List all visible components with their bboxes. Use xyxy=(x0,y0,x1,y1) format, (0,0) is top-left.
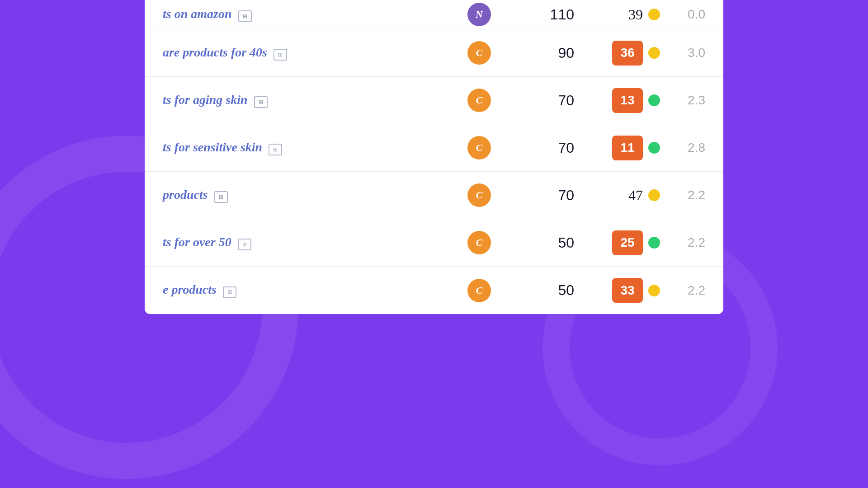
intent-badge: C xyxy=(467,183,491,207)
kd-badge: 47 xyxy=(628,187,643,204)
table-row[interactable]: ts for over 50 ⊞ C 50 25 2.2 xyxy=(145,219,723,267)
table-row[interactable]: ts on amazon ⊞ N 110 39 0.0 xyxy=(145,0,723,29)
cpc-cell: 2.2 xyxy=(660,283,705,298)
copy-icon[interactable]: ⊞ xyxy=(269,144,282,155)
keyword-cell: ts on amazon ⊞ xyxy=(163,7,452,22)
difficulty-dot xyxy=(648,47,660,59)
keyword-text: are products for 40s xyxy=(163,45,267,59)
difficulty-dot xyxy=(648,142,660,154)
kd-badge: 25 xyxy=(612,230,643,255)
copy-icon[interactable]: ⊞ xyxy=(238,10,252,22)
volume-cell: 70 xyxy=(506,187,588,204)
cpc-cell: 2.2 xyxy=(660,235,705,250)
intent-cell: C xyxy=(452,136,506,160)
volume-cell: 50 xyxy=(506,282,588,299)
copy-icon[interactable]: ⊞ xyxy=(214,191,228,203)
cpc-cell: 2.3 xyxy=(660,93,705,108)
volume-cell: 90 xyxy=(506,45,588,61)
intent-badge: C xyxy=(467,231,491,254)
intent-badge: C xyxy=(467,279,491,302)
intent-badge: C xyxy=(467,89,491,112)
kd-cell: 47 xyxy=(588,187,660,204)
difficulty-dot xyxy=(648,285,660,296)
intent-cell: C xyxy=(452,183,506,207)
table-row[interactable]: e products ⊞ C 50 33 2.2 xyxy=(145,267,723,314)
intent-badge: C xyxy=(467,136,491,160)
intent-cell: C xyxy=(452,89,506,112)
keyword-text: ts for aging skin xyxy=(163,93,248,107)
kd-cell: 39 xyxy=(588,6,660,23)
difficulty-dot xyxy=(648,237,660,249)
volume-cell: 50 xyxy=(506,235,588,251)
table-row[interactable]: are products for 40s ⊞ C 90 36 3.0 xyxy=(145,29,723,77)
kd-badge: 11 xyxy=(612,136,643,160)
intent-badge: C xyxy=(467,41,491,65)
kd-cell: 11 xyxy=(588,136,660,160)
volume-cell: 70 xyxy=(506,140,588,156)
cpc-cell: 2.2 xyxy=(660,188,705,202)
intent-cell: N xyxy=(452,3,506,26)
keyword-text: ts on amazon xyxy=(163,7,232,21)
copy-icon[interactable]: ⊞ xyxy=(274,49,287,61)
kd-cell: 33 xyxy=(588,278,660,303)
difficulty-dot xyxy=(648,9,660,20)
cpc-cell: 3.0 xyxy=(660,46,705,60)
keyword-cell: ts for over 50 ⊞ xyxy=(163,235,452,250)
keyword-text: ts for sensitive skin xyxy=(163,140,262,154)
keyword-text: ts for over 50 xyxy=(163,235,231,249)
keyword-cell: products ⊞ xyxy=(163,188,452,203)
keyword-text: e products xyxy=(163,282,217,296)
kd-cell: 36 xyxy=(588,41,660,66)
table-row[interactable]: products ⊞ C 70 47 2.2 xyxy=(145,172,723,219)
copy-icon[interactable]: ⊞ xyxy=(223,286,236,298)
keyword-text: products xyxy=(163,188,208,202)
table-row[interactable]: ts for aging skin ⊞ C 70 13 2.3 xyxy=(145,77,723,124)
cpc-cell: 2.8 xyxy=(660,141,705,155)
table-row[interactable]: ts for sensitive skin ⊞ C 70 11 2.8 xyxy=(145,124,723,172)
kd-badge: 36 xyxy=(612,41,643,66)
intent-cell: C xyxy=(452,41,506,65)
kd-badge: 13 xyxy=(612,88,643,113)
intent-cell: C xyxy=(452,279,506,302)
keyword-cell: ts for aging skin ⊞ xyxy=(163,93,452,108)
copy-icon[interactable]: ⊞ xyxy=(254,96,268,108)
copy-icon[interactable]: ⊞ xyxy=(238,239,251,250)
keyword-cell: are products for 40s ⊞ xyxy=(163,45,452,61)
kd-cell: 13 xyxy=(588,88,660,113)
intent-cell: C xyxy=(452,231,506,254)
volume-cell: 70 xyxy=(506,92,588,109)
kd-badge: 39 xyxy=(628,6,643,23)
volume-cell: 110 xyxy=(506,6,588,23)
kd-badge: 33 xyxy=(612,278,643,303)
intent-badge: N xyxy=(467,3,491,26)
difficulty-dot xyxy=(648,94,660,106)
cpc-cell: 0.0 xyxy=(660,7,705,22)
kd-cell: 25 xyxy=(588,230,660,255)
difficulty-dot xyxy=(648,189,660,201)
keyword-cell: ts for sensitive skin ⊞ xyxy=(163,140,452,155)
results-panel: ts on amazon ⊞ N 110 39 0.0 are products… xyxy=(145,0,723,314)
keyword-cell: e products ⊞ xyxy=(163,282,452,298)
